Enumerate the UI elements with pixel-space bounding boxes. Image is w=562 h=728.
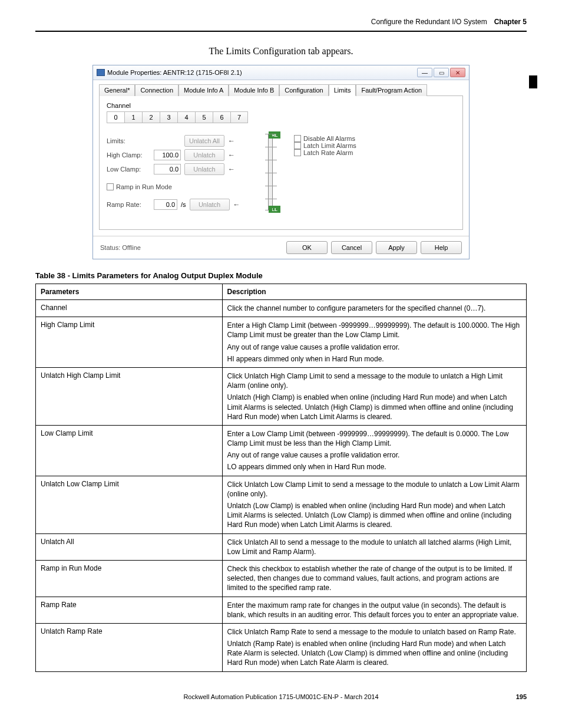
desc-cell: Click Unlatch Ramp Rate to send a messag… [222,623,526,671]
tab-module-info-a[interactable]: Module Info A [178,84,229,96]
tab-general[interactable]: General* [99,84,135,96]
table-row: ChannelClick the channel number to confi… [36,300,527,317]
channel-selector: 0 1 2 3 4 5 6 7 [107,111,455,123]
ramp-rate-input[interactable] [154,199,177,210]
latch-rate-alarm-label: Latch Rate Alarm [303,149,353,156]
desc-cell: Click Unlatch Low Clamp Limit to send a … [222,476,526,533]
param-cell: Unlatch Ramp Rate [36,623,223,671]
param-cell: Unlatch Low Clamp Limit [36,476,223,533]
header-chapter: Chapter 5 [494,18,527,26]
tab-limits[interactable]: Limits [329,84,356,96]
channel-2[interactable]: 2 [142,111,160,123]
unlatch-ramp-button[interactable]: Unlatch [190,199,230,210]
high-clamp-input[interactable] [154,150,181,160]
dialog-titlebar: Module Properties: AENTR:12 (1715-OF8I 2… [93,65,469,80]
limits-tab-panel: Channel 0 1 2 3 4 5 6 7 Limits: Unlatch … [99,95,463,230]
desc-cell: Click the channel number to configure pa… [222,300,526,317]
param-cell: High Clamp Limit [36,317,223,368]
latch-rate-alarm-checkbox[interactable] [294,149,301,156]
ramp-rate-unit: /s [181,201,186,208]
limits-gauge: HL LL [262,134,286,212]
param-cell: Ramp in Run Mode [36,560,223,597]
desc-cell: Click Unlatch High Clamp Limit to send a… [222,367,526,425]
unlatch-all-button[interactable]: Unlatch All [184,135,224,147]
module-properties-dialog: Module Properties: AENTR:12 (1715-OF8I 2… [92,65,470,259]
side-marker [529,75,537,88]
tab-module-info-b[interactable]: Module Info B [229,84,279,96]
channel-3[interactable]: 3 [160,111,177,123]
channel-7[interactable]: 7 [230,111,248,123]
parameters-table: Parameters Description ChannelClick the … [35,284,527,672]
header-section: Configure the Redundant I/O System [371,18,487,26]
channel-1[interactable]: 1 [124,111,142,123]
maximize-button[interactable]: ▭ [434,68,449,77]
ok-button[interactable]: OK [286,241,328,254]
page-number: 195 [516,693,527,700]
limits-label: Limits: [107,137,150,144]
arrow-icon: ← [228,165,235,173]
high-clamp-label: High Clamp: [107,151,150,159]
table-row: Ramp RateEnter the maximum ramp rate for… [36,597,527,623]
low-limit-marker: LL [269,206,280,213]
page-footer: Rockwell Automation Publication 1715-UM0… [35,693,527,700]
latch-limit-alarms-label: Latch Limit Alarms [303,142,356,149]
cancel-button[interactable]: Cancel [331,241,372,254]
close-button[interactable]: ✕ [450,68,465,77]
apply-button[interactable]: Apply [376,241,417,254]
dialog-title: Module Properties: AENTR:12 (1715-OF8I 2… [107,69,242,76]
figure-caption: The Limits Configuration tab appears. [35,46,527,57]
tab-configuration[interactable]: Configuration [279,84,328,96]
low-clamp-label: Low Clamp: [107,166,150,173]
table-title: Table 38 - Limits Parameters for Analog … [35,271,527,280]
arrow-icon: ← [228,151,235,159]
dialog-footer: Status: Offline OK Cancel Apply Help [93,236,469,259]
channel-0[interactable]: 0 [107,111,124,123]
table-row: Unlatch Low Clamp LimitClick Unlatch Low… [36,476,527,533]
table-row: Unlatch AllClick Unlatch All to send a m… [36,533,527,560]
tab-fault-program-action[interactable]: Fault/Program Action [356,84,427,96]
help-button[interactable]: Help [421,241,462,254]
arrow-icon: ← [233,200,240,209]
channel-label: Channel [107,102,455,109]
desc-cell: Enter the maximum ramp rate for changes … [222,597,526,623]
ramp-run-mode-checkbox[interactable] [107,183,114,190]
page-header: Configure the Redundant I/O System Chapt… [35,0,527,32]
param-cell: Unlatch All [36,533,223,560]
desc-cell: Enter a High Clamp Limit (between -99999… [222,317,526,368]
table-row: Low Clamp LimitEnter a Low Clamp Limit (… [36,425,527,476]
channel-6[interactable]: 6 [213,111,230,123]
param-cell: Low Clamp Limit [36,425,223,476]
arrow-icon: ← [228,137,235,145]
unlatch-high-button[interactable]: Unlatch [184,149,224,161]
channel-5[interactable]: 5 [195,111,213,123]
th-parameters: Parameters [36,284,223,300]
ramp-rate-label: Ramp Rate: [107,201,150,208]
high-limit-marker: HL [269,131,280,139]
table-row: Ramp in Run ModeCheck this checkbox to e… [36,560,527,597]
publication-id: Rockwell Automation Publication 1715-UM0… [183,693,378,700]
app-icon [97,69,105,76]
param-cell: Unlatch High Clamp Limit [36,367,223,425]
desc-cell: Click Unlatch All to send a message to t… [222,533,526,560]
low-clamp-input[interactable] [154,164,181,174]
channel-4[interactable]: 4 [177,111,195,123]
desc-cell: Enter a Low Clamp Limit (between -999999… [222,425,526,476]
unlatch-low-button[interactable]: Unlatch [184,163,224,175]
tab-connection[interactable]: Connection [135,84,178,96]
ramp-run-mode-label: Ramp in Run Mode [116,183,172,190]
status-text: Status: Offline [100,244,283,251]
latch-limit-alarms-checkbox[interactable] [294,142,301,149]
param-cell: Ramp Rate [36,597,223,623]
table-row: High Clamp LimitEnter a High Clamp Limit… [36,317,527,368]
tab-strip: General* Connection Module Info A Module… [93,80,469,95]
minimize-button[interactable]: — [417,68,432,77]
table-row: Unlatch Ramp RateClick Unlatch Ramp Rate… [36,623,527,671]
disable-all-alarms-label: Disable All Alarms [303,135,355,142]
disable-all-alarms-checkbox[interactable] [294,135,301,142]
desc-cell: Check this checkbox to establish whether… [222,560,526,597]
param-cell: Channel [36,300,223,317]
th-description: Description [222,284,526,300]
table-row: Unlatch High Clamp LimitClick Unlatch Hi… [36,367,527,425]
